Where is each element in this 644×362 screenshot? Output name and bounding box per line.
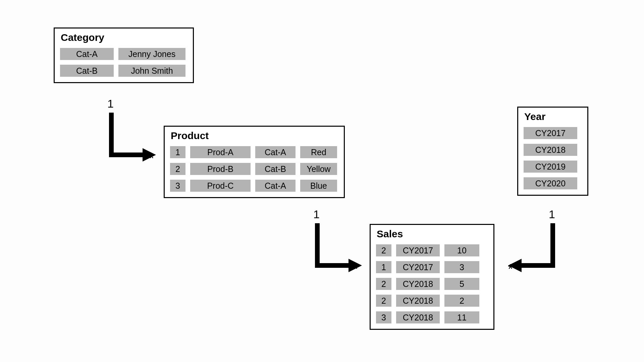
- cell: Prod-A: [190, 146, 251, 158]
- entity-year: Year CY2017 CY2018 CY2019 CY2020: [517, 107, 588, 196]
- entity-sales: Sales 2 CY2017 10 1 CY2017 3 2 CY2018 5 …: [370, 224, 494, 330]
- cell: 10: [444, 244, 479, 256]
- cell: CY2020: [524, 177, 577, 189]
- cardinality-one: 1: [313, 208, 320, 221]
- relation-arrow-icon: [503, 223, 557, 274]
- cardinality-one: 1: [549, 208, 555, 221]
- cell: 2: [170, 163, 185, 175]
- entity-sales-title: Sales: [377, 228, 488, 240]
- cell: Red: [300, 146, 337, 158]
- cell: John Smith: [118, 65, 185, 77]
- cell: Cat-B: [60, 65, 114, 77]
- cell: 2: [376, 295, 391, 307]
- cell: Cat-A: [255, 180, 296, 192]
- relation-arrow-icon: [107, 113, 158, 163]
- cell: 3: [170, 180, 185, 192]
- cell: 11: [444, 311, 479, 323]
- cell: CY2018: [396, 295, 440, 307]
- cell: Cat-A: [60, 48, 114, 60]
- cell: CY2018: [396, 311, 440, 323]
- cell: 2: [376, 244, 391, 256]
- cell: CY2018: [396, 278, 440, 290]
- entity-product-title: Product: [171, 130, 338, 141]
- cell: CY2017: [524, 127, 577, 139]
- cell: 5: [444, 278, 479, 290]
- relation-arrow-icon: [313, 223, 364, 274]
- cell: Prod-C: [190, 180, 251, 192]
- cell: Blue: [300, 180, 337, 192]
- cell: 3: [376, 311, 391, 323]
- cell: Prod-B: [190, 163, 251, 175]
- cell: CY2017: [396, 261, 440, 273]
- cell: Cat-B: [255, 163, 296, 175]
- cell: Jenny Jones: [118, 48, 185, 60]
- cell: 2: [376, 278, 391, 290]
- cell: 2: [444, 295, 479, 307]
- cell: Yellow: [300, 163, 337, 175]
- cell: CY2017: [396, 244, 440, 256]
- cell: CY2018: [524, 144, 577, 156]
- cell: 1: [376, 261, 391, 273]
- entity-year-title: Year: [524, 111, 582, 122]
- cell: CY2019: [524, 161, 577, 173]
- cardinality-one: 1: [107, 97, 114, 110]
- cell: 1: [170, 146, 185, 158]
- entity-product: Product 1 Prod-A Cat-A Red 2 Prod-B Cat-…: [164, 126, 345, 198]
- entity-category: Category Cat-A Jenny Jones Cat-B John Sm…: [54, 27, 194, 83]
- cell: Cat-A: [255, 146, 296, 158]
- cell: 3: [444, 261, 479, 273]
- er-diagram-canvas: Category Cat-A Jenny Jones Cat-B John Sm…: [0, 0, 644, 362]
- entity-category-title: Category: [61, 32, 187, 43]
